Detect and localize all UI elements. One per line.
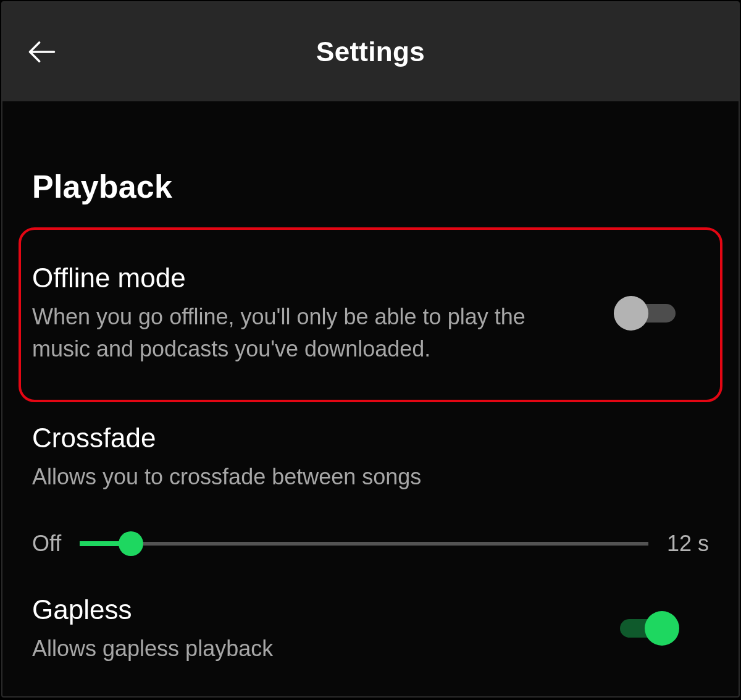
settings-screen: Settings Playback Offline mode When you … [1,1,740,698]
crossfade-title: Crossfade [32,421,684,455]
crossfade-text: Crossfade Allows you to crossfade betwee… [32,421,709,493]
header-bar: Settings [2,2,739,101]
slider-thumb [119,531,143,556]
toggle-knob [614,296,648,331]
crossfade-description: Allows you to crossfade between songs [32,461,684,493]
offline-mode-title: Offline mode [32,261,589,295]
crossfade-slider[interactable] [80,531,648,556]
crossfade-min-label: Off [32,531,61,557]
crossfade-slider-row: Off 12 s [32,531,709,557]
crossfade-row: Crossfade Allows you to crossfade betwee… [32,417,709,504]
gapless-row: Gapless Allows gapless playback [32,581,709,676]
section-heading-playback: Playback [32,168,709,205]
crossfade-max-label: 12 s [667,531,709,557]
offline-mode-text: Offline mode When you go offline, you'll… [32,261,614,365]
offline-mode-highlight: Offline mode When you go offline, you'll… [19,227,722,402]
offline-mode-row: Offline mode When you go offline, you'll… [32,250,709,376]
offline-mode-toggle[interactable] [614,299,676,327]
gapless-toggle[interactable] [614,614,676,643]
gapless-text: Gapless Allows gapless playback [32,592,614,665]
slider-track [80,542,648,546]
offline-mode-description: When you go offline, you'll only be able… [32,301,589,365]
content-area: Playback Offline mode When you go offlin… [2,168,739,676]
arrow-left-icon [26,36,58,68]
gapless-title: Gapless [32,592,589,626]
toggle-knob [645,611,679,646]
back-button[interactable] [25,35,59,69]
page-title: Settings [2,36,739,67]
gapless-description: Allows gapless playback [32,633,589,665]
